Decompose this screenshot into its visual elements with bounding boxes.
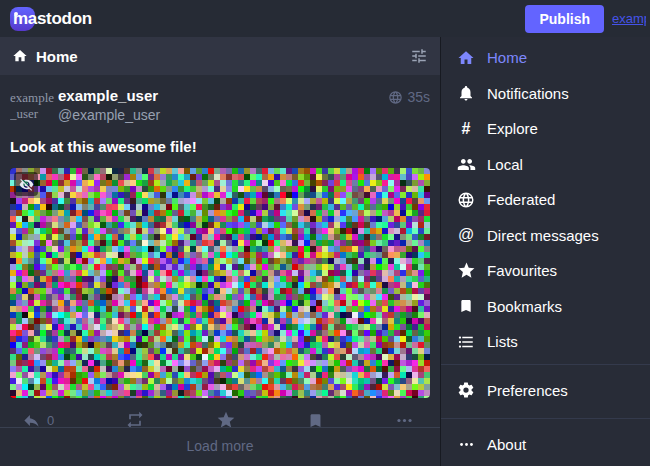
nav-label: Lists: [487, 333, 518, 350]
eye-slash-icon: [19, 177, 34, 192]
nav-label: Home: [487, 49, 527, 66]
home-timeline-column: Home example_user example_user @example_…: [0, 37, 441, 466]
column-title: Home: [36, 48, 78, 65]
timestamp-link[interactable]: 35s: [388, 87, 430, 105]
nav-item-lists[interactable]: Lists: [441, 324, 650, 360]
main-area: Home example_user example_user @example_…: [0, 37, 650, 466]
reply-count: 0: [47, 413, 54, 428]
star-icon: [456, 261, 476, 280]
public-visibility-globe-icon: [388, 90, 403, 105]
nav-label: Notifications: [487, 85, 569, 102]
mastodon-logo[interactable]: mastodon: [10, 5, 92, 33]
nav-item-notifications[interactable]: Notifications: [441, 76, 650, 112]
author-names[interactable]: example_user @example_user: [58, 87, 388, 124]
status-header: example_user example_user @example_user …: [10, 87, 430, 133]
media-attachment[interactable]: [10, 168, 430, 398]
nav-item-favourites[interactable]: Favourites: [441, 253, 650, 289]
topbar: mastodon Publish example_user: [0, 0, 650, 37]
nav-label: Explore: [487, 120, 538, 137]
publish-button[interactable]: Publish: [525, 5, 604, 33]
nav-item-preferences[interactable]: Preferences: [441, 365, 650, 416]
nav-item-bookmarks[interactable]: Bookmarks: [441, 289, 650, 325]
nav-item-explore[interactable]: # Explore: [441, 111, 650, 147]
mastodon-app: mastodon Publish example_user Home exam: [0, 0, 650, 466]
brand-wordmark: mastodon: [13, 9, 92, 29]
globe-icon: [456, 191, 476, 209]
nav-item-federated[interactable]: Federated: [441, 182, 650, 218]
avatar[interactable]: example_user: [10, 87, 56, 133]
list-icon: [456, 333, 476, 351]
gear-icon: [456, 381, 476, 399]
nav-label: Bookmarks: [487, 298, 562, 315]
column-settings-sliders-icon[interactable]: [410, 47, 428, 65]
nav-item-local[interactable]: Local: [441, 147, 650, 183]
status-post: example_user example_user @example_user …: [0, 75, 440, 427]
nav-label: Preferences: [487, 382, 568, 399]
nav-item-direct-messages[interactable]: @ Direct messages: [441, 218, 650, 254]
nav-label: Federated: [487, 191, 555, 208]
ellipsis-icon: [456, 436, 476, 453]
nav-item-about[interactable]: About: [441, 419, 650, 466]
account-handle: @example_user: [58, 106, 388, 124]
noise-image[interactable]: [10, 168, 430, 398]
relative-timestamp: 35s: [407, 89, 430, 105]
nav-label: Favourites: [487, 262, 557, 279]
load-more-button[interactable]: Load more: [0, 427, 440, 466]
hashtag-icon: #: [456, 121, 476, 137]
at-sign-icon: @: [456, 227, 476, 243]
home-icon: [12, 48, 28, 64]
status-text: Look at this awesome file!: [10, 137, 430, 157]
topbar-right: Publish example_user: [525, 5, 646, 33]
nav-label: About: [487, 436, 526, 453]
bell-icon: [456, 84, 476, 102]
nav-item-home[interactable]: Home: [441, 40, 650, 76]
home-icon: [456, 49, 476, 67]
nav-label: Direct messages: [487, 227, 599, 244]
column-header[interactable]: Home: [0, 37, 440, 75]
users-icon: [456, 155, 476, 174]
bookmark-icon: [456, 298, 476, 314]
display-name: example_user: [58, 87, 388, 106]
nav-label: Local: [487, 156, 523, 173]
navigation-panel: Home Notifications # Explore Local: [441, 37, 650, 466]
profile-link[interactable]: example_user: [612, 11, 646, 26]
hide-media-button[interactable]: [14, 172, 38, 196]
